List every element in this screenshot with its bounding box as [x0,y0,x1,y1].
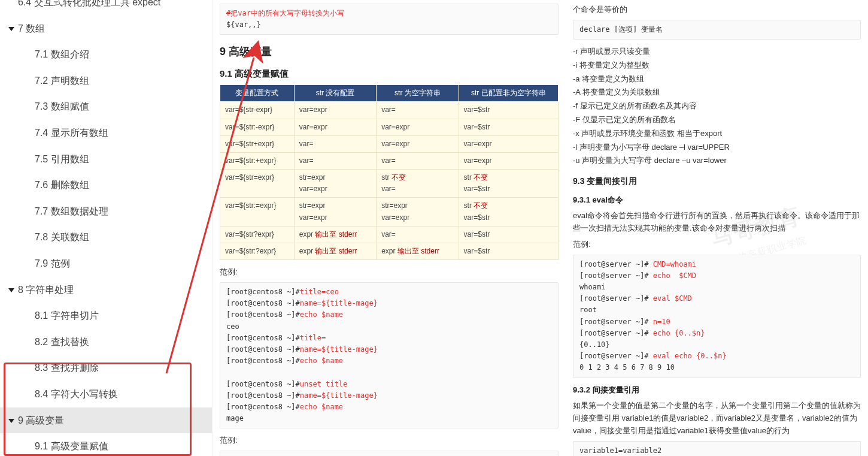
example-label: 范例: [573,238,861,251]
toc-item[interactable]: 8 字符串处理 [0,277,212,303]
table-cell: var=$str [459,119,558,135]
table-cell: var=$str [459,226,558,243]
table-cell: str 不变var=$str [459,198,558,226]
toc-item-label: 9.1 高级变量赋值 [35,439,108,454]
toc-item-label: 7.8 关联数组 [35,229,89,245]
table-cell: var=${str=expr} [220,170,295,198]
caret-icon [8,21,14,37]
table-row: var=${str:?expr}expr 输出至 stderrexpr 输出至 … [220,243,559,260]
toc-item[interactable]: 7.6 删除数组 [0,172,212,198]
table-row: var=${str?expr}expr 输出至 stderrvar=var=$s… [220,226,559,243]
toc-item[interactable]: 7.9 范例 [0,250,212,277]
toc-item-label: 8.4 字符大小写转换 [35,386,118,402]
table-row: var=${str+expr}var=var=exprvar=expr [220,135,559,152]
table-cell: expr 输出至 stderr [294,243,376,260]
toc-item[interactable]: 7.7 数组数据处理 [0,198,212,225]
code-example-1: [root@centos8 ~]#title=ceo [root@centos8… [220,282,559,428]
table-row: var=${str:+expr}var=var=var=expr [220,152,559,169]
option-item: -i 将变量定义为整型数 [573,59,861,72]
option-item: -F 仅显示已定义的所有函数名 [573,114,861,126]
toc-item-label: 7.1 数组介绍 [35,47,89,62]
table-row: var=${str:-expr}var=exprvar=exprvar=$str [220,119,559,135]
code-eval-example: [root@server ~]# CMD=whoami [root@server… [573,255,861,378]
toc-item-label: 7.9 范例 [35,256,70,271]
toc-item-label: 8.3 查找并删除 [35,360,99,376]
option-item: -f 显示已定义的所有函数名及其内容 [573,100,861,113]
paragraph: 如果第一个变量的值是第二个变量的名字，从第一个变量引用第二个变量的值就称为间接变… [573,400,861,437]
table-cell: var=expr [459,152,558,169]
table-cell: str=exprvar=expr [377,198,459,226]
toc-item-label: 7.6 删除数组 [35,177,89,193]
toc-item-label: 8 字符串处理 [18,282,74,298]
table-cell: str=exprvar=expr [294,198,376,226]
toc-item[interactable]: 9 高级变量 [0,407,212,434]
toc-item[interactable]: 8.3 查找并删除 [0,355,212,381]
toc-item[interactable]: 7.3 数组赋值 [0,93,212,120]
declare-options-list: -r 声明或显示只读变量-i 将变量定义为整型数-a 将变量定义为数组-A 将变… [573,46,861,167]
table-cell: var=$str [459,243,558,260]
table-cell: str 不变var= [377,170,459,198]
table-cell: var=expr [377,119,459,135]
var-assignment-table: 变量配置方式str 没有配置str 为空字符串str 已配置非为空字符串var=… [220,84,559,260]
toc-item[interactable]: 9.1 高级变量赋值 [0,433,212,456]
toc-list: 6.4 交互式转化批处理工具 expect7 数组7.1 数组介绍7.2 声明数… [0,0,212,456]
heading-9-1: 9.1 高级变量赋值 [220,67,559,81]
example-label: 范例: [220,434,559,447]
table-cell: var= [294,152,376,169]
content-col-left: #把var中的所有大写字母转换为小写 ${var,,} 9 高级变量 9.1 高… [213,0,566,456]
toc-item[interactable]: 8.4 字符大小写转换 [0,381,212,407]
table-cell: var= [294,135,376,152]
table-cell: expr 输出至 stderr [294,226,376,243]
table-cell: var=${str-expr} [220,102,295,119]
toc-item[interactable]: 6.4 交互式转化批处理工具 expect [0,0,212,16]
caret-icon [8,413,14,428]
toc-item-label: 7.7 数组数据处理 [35,204,108,219]
toc-item[interactable]: 7.5 引用数组 [0,146,212,173]
table-header: str 已配置非为空字符串 [459,85,558,102]
table-cell: var= [377,226,459,243]
table-cell: var=$str [459,102,558,119]
toc-item-label: 7 数组 [18,21,45,37]
toc-item[interactable]: 8.2 查找替换 [0,329,212,355]
code-declare-syntax: declare [选项] 变量名 [573,20,861,40]
option-item: -l 声明变量为小写字母 declare –l var=UPPER [573,141,861,154]
table-cell: str=exprvar=expr [294,170,376,198]
option-item: -r 声明或显示只读变量 [573,46,861,58]
table-cell: var=${str:-expr} [220,119,295,135]
toc-item[interactable]: 7 数组 [0,16,212,42]
table-cell: var=expr [294,102,376,119]
example-label: 范例: [220,266,559,279]
caret-icon [8,282,14,298]
table-cell: var=expr [459,135,558,152]
content-col-right: 个命令是等价的 declare [选项] 变量名 -r 声明或显示只读变量-i … [566,0,868,456]
option-item: -x 声明或显示环境变量和函数 相当于export [573,128,861,140]
toc-item-label: 7.2 声明数组 [35,73,89,89]
toc-item-label: 7.3 数组赋值 [35,99,89,114]
table-cell: var=${str:=expr} [220,198,295,226]
table-cell: var=${str:?expr} [220,243,295,260]
table-cell: var=${str+expr} [220,135,295,152]
content-area: #把var中的所有大写字母转换为小写 ${var,,} 9 高级变量 9.1 高… [213,0,868,456]
code-lowercase: #把var中的所有大写字母转换为小写 ${var,,} [220,4,559,35]
toc-item[interactable]: 7.1 数组介绍 [0,41,212,68]
table-cell: var=expr [294,119,376,135]
table-header: 变量配置方式 [220,85,295,102]
toc-item[interactable]: 7.4 显示所有数组 [0,120,212,146]
table-cell: str 不变var=$str [459,170,558,198]
heading-9-3-2: 9.3.2 间接变量引用 [573,384,861,397]
paragraph: 个命令是等价的 [573,4,861,16]
option-item: -A 将变量定义为关联数组 [573,86,861,99]
toc-item-label: 9 高级变量 [18,413,64,428]
table-row: var=${str=expr}str=exprvar=exprstr 不变var… [220,170,559,198]
table-header: str 没有配置 [294,85,376,102]
toc-item[interactable]: 7.2 声明数组 [0,68,212,94]
option-item: -a 将变量定义为数组 [573,73,861,86]
toc-item[interactable]: 8.1 字符串切片 [0,303,212,329]
table-cell: var=${str?expr} [220,226,295,243]
table-cell: var=${str:+expr} [220,152,295,169]
toc-item[interactable]: 7.8 关联数组 [0,224,212,250]
table-cell: var= [377,102,459,119]
toc-sidebar: 6.4 交互式转化批处理工具 expect7 数组7.1 数组介绍7.2 声明数… [0,0,213,456]
toc-item-label: 7.5 引用数组 [35,152,89,167]
table-row: var=${str:=expr}str=exprvar=exprstr=expr… [220,198,559,226]
